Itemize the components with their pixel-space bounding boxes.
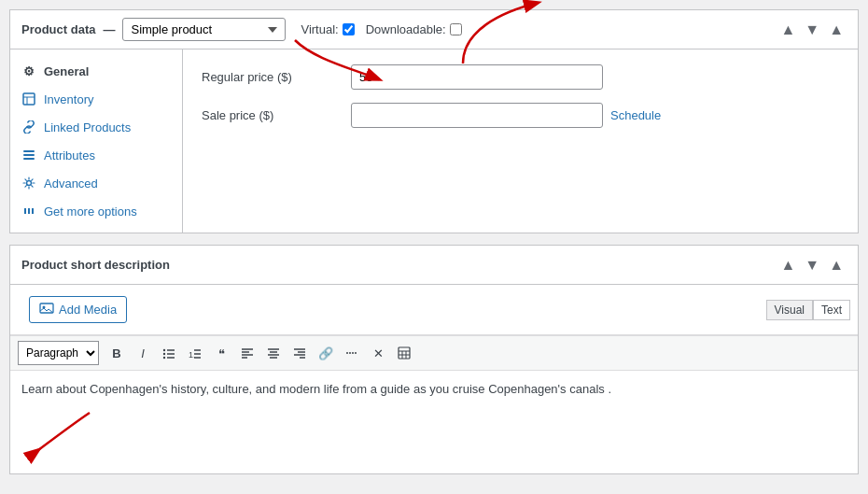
description-panel-controls: ▲ ▼ ▲ — [777, 258, 847, 273]
sidebar-item-attributes[interactable]: Attributes — [10, 141, 182, 169]
sidebar-item-get-more-options[interactable]: Get more options — [10, 197, 182, 225]
arrow-description — [29, 403, 104, 459]
panel-controls: ▲ ▼ ▲ — [777, 22, 847, 37]
product-data-panel: Product data — Simple product Variable p… — [9, 9, 859, 233]
sale-price-input[interactable] — [351, 103, 603, 128]
general-icon: ⚙ — [21, 64, 36, 78]
sidebar-item-attributes-label: Attributes — [44, 148, 95, 162]
description-header: Product short description ▲ ▼ ▲ — [10, 246, 858, 285]
svg-rect-3 — [23, 150, 35, 152]
align-center-btn[interactable] — [261, 341, 286, 365]
sidebar-item-get-more-options-label: Get more options — [44, 205, 137, 219]
align-left-btn[interactable] — [235, 341, 259, 365]
schedule-link[interactable]: Schedule — [610, 108, 661, 122]
regular-price-row: Regular price ($) — [202, 64, 839, 90]
text-btn[interactable]: Text — [813, 300, 850, 320]
sidebar-item-inventory-label: Inventory — [44, 92, 93, 106]
sidebar-item-linked-products[interactable]: Linked Products — [10, 113, 182, 141]
add-media-label: Add Media — [59, 303, 117, 317]
align-right-btn[interactable] — [287, 341, 312, 365]
panel-down-btn[interactable]: ▼ — [802, 22, 822, 37]
inventory-icon — [21, 92, 36, 106]
sale-price-row: Sale price ($) Schedule — [202, 103, 839, 128]
sidebar-item-linked-products-label: Linked Products — [44, 120, 131, 134]
sale-price-label: Sale price ($) — [202, 108, 351, 122]
link-btn[interactable]: 🔗 — [314, 341, 338, 365]
advanced-icon — [21, 176, 36, 191]
unordered-list-btn[interactable] — [157, 341, 181, 365]
bold-btn[interactable]: B — [105, 341, 129, 365]
editor-content: Learn about Copenhagen's history, cultur… — [21, 380, 847, 400]
linked-products-icon — [21, 120, 36, 134]
panel-up-btn[interactable]: ▲ — [777, 22, 798, 37]
add-media-row: Add Media Visual Text — [10, 285, 858, 335]
regular-price-input[interactable] — [351, 64, 603, 90]
svg-point-13 — [163, 357, 165, 359]
svg-point-9 — [163, 349, 165, 351]
italic-btn[interactable]: I — [131, 341, 155, 365]
svg-rect-5 — [23, 158, 35, 160]
attributes-icon — [21, 148, 36, 162]
virtual-label[interactable]: Virtual: — [301, 22, 354, 36]
description-collapse-btn[interactable]: ▲ — [826, 258, 847, 273]
sidebar-item-general-label: General — [44, 64, 89, 78]
description-panel: Product short description ▲ ▼ ▲ Add Medi… — [9, 245, 859, 474]
product-data-header: Product data — Simple product Variable p… — [10, 10, 858, 49]
svg-rect-4 — [23, 154, 35, 156]
sidebar-item-advanced[interactable]: Advanced — [10, 169, 182, 197]
product-data-sidebar: ⚙ General Inventory — [10, 49, 183, 233]
description-panel-body: Add Media Visual Text Paragraph Heading … — [10, 285, 858, 473]
description-up-btn[interactable]: ▲ — [777, 258, 798, 273]
add-media-button[interactable]: Add Media — [29, 296, 127, 323]
svg-point-11 — [163, 353, 165, 355]
product-data-title: Product data — [21, 22, 95, 36]
virtual-checkbox[interactable] — [343, 23, 355, 35]
sidebar-item-advanced-label: Advanced — [44, 176, 98, 191]
product-data-dash: — — [103, 22, 115, 36]
description-down-btn[interactable]: ▼ — [802, 258, 822, 273]
get-more-options-icon — [21, 204, 36, 219]
editor-area[interactable]: Learn about Copenhagen's history, cultur… — [10, 371, 858, 473]
regular-price-label: Regular price ($) — [202, 70, 351, 84]
downloadable-label[interactable]: Downloadable: — [366, 22, 462, 36]
product-data-main: Regular price ($) Sale price ($) Schedul… — [183, 49, 858, 233]
virtual-downloadable-group: Virtual: Downloadable: — [301, 22, 461, 36]
table-btn[interactable] — [392, 341, 416, 365]
sidebar-item-inventory[interactable]: Inventory — [10, 85, 182, 113]
product-type-select[interactable]: Simple product Variable product Grouped … — [122, 18, 286, 41]
editor-toolbar: Paragraph Heading 1 Heading 2 Heading 3 … — [10, 335, 858, 371]
ordered-list-btn[interactable]: 1. — [183, 341, 207, 365]
svg-point-6 — [27, 181, 32, 186]
sidebar-item-general[interactable]: ⚙ General — [10, 57, 182, 85]
add-media-icon — [39, 301, 54, 318]
svg-rect-32 — [399, 347, 410, 359]
blockquote-btn[interactable]: ❝ — [209, 341, 233, 365]
paragraph-select[interactable]: Paragraph Heading 1 Heading 2 Heading 3 — [18, 341, 99, 365]
description-title: Product short description — [21, 258, 777, 272]
product-data-body: ⚙ General Inventory — [10, 49, 858, 233]
visual-text-buttons: Visual Text — [766, 300, 850, 320]
svg-rect-0 — [23, 93, 35, 105]
downloadable-checkbox[interactable] — [450, 23, 462, 35]
visual-btn[interactable]: Visual — [766, 300, 813, 320]
remove-format-btn[interactable]: ✕ — [366, 341, 390, 365]
more-toolbar-btn[interactable] — [340, 341, 364, 365]
panel-collapse-btn[interactable]: ▲ — [826, 22, 847, 37]
